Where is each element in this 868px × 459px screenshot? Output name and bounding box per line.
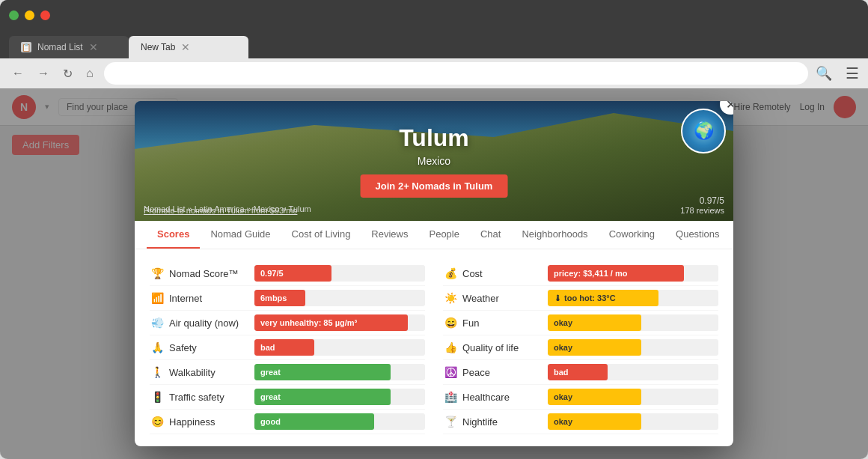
nomad-score-icon: 🏆 — [150, 267, 165, 279]
modal-overlay: ✕ 🌍 Tulum Mexico Join 2+ Nomads in Tulum… — [0, 88, 868, 459]
left-scores-column: 🏆 Nomad Score™ 0.97/5 📶 Internet — [150, 261, 425, 434]
tab-scores[interactable]: Scores — [147, 221, 200, 249]
air-quality-bar-container: very unhealthy: 85 µg/m³ — [254, 314, 425, 331]
tab-label-nomad: Nomad List — [37, 42, 83, 52]
quality-of-life-label: Quality of life — [462, 342, 519, 353]
tab-coworking[interactable]: Coworking — [599, 221, 665, 249]
nomad-score-bar: 0.97/5 — [254, 265, 331, 282]
healthcare-icon: 🏥 — [443, 391, 458, 403]
walkability-label: Walkability — [169, 367, 216, 378]
internet-label: Internet — [169, 293, 202, 304]
close-window-button[interactable] — [40, 10, 50, 20]
hero-title: Tulum Mexico Join 2+ Nomads in Tulum — [361, 124, 508, 198]
happiness-icon: 😊 — [150, 416, 165, 428]
nightlife-label: Nightlife — [462, 416, 498, 428]
quality-of-life-bar: okay — [548, 339, 641, 356]
cost-label: Cost — [462, 268, 483, 279]
tab-label-newtab: New Tab — [141, 42, 175, 52]
browser-tabs: 📋 Nomad List ✕ New Tab ✕ — [0, 33, 868, 58]
maximize-button[interactable] — [9, 10, 19, 20]
tab-chat[interactable]: Chat — [470, 221, 511, 249]
traffic-safety-bar: great — [254, 389, 391, 405]
tab-cost-of-living[interactable]: Cost of Living — [281, 221, 361, 249]
tab-nomad-guide[interactable]: Nomad Guide — [200, 221, 281, 249]
tab-nomad-list[interactable]: 📋 Nomad List ✕ — [9, 36, 129, 58]
peace-bar-container: bad — [548, 364, 718, 380]
air-quality-label: Air quality (now) — [169, 317, 239, 329]
reload-button[interactable]: ↻ — [60, 64, 76, 84]
healthcare-bar: okay — [548, 389, 641, 405]
home-button[interactable]: ⌂ — [83, 64, 97, 83]
score-weather: ☀️ Weather 🌡 too hot: 33°C — [443, 286, 718, 311]
url-input[interactable] — [104, 62, 808, 85]
score-safety: 🙏 Safety bad — [150, 335, 425, 360]
internet-bar-container: 6mbps — [254, 290, 425, 306]
nightlife-icon: 🍸 — [443, 416, 458, 428]
score-healthcare: 🏥 Healthcare okay — [443, 385, 718, 410]
tab-questions[interactable]: Questions — [665, 221, 730, 249]
score-happiness: 😊 Happiness good — [150, 410, 425, 434]
internet-icon: 📶 — [150, 292, 165, 304]
score-internet: 📶 Internet 6mbps — [150, 286, 425, 311]
fun-label: Fun — [462, 317, 479, 329]
happiness-label: Happiness — [169, 416, 215, 428]
promote-link[interactable]: Promote to nomads in Tulum from $63/mo — [144, 206, 297, 215]
walkability-bar-container: great — [254, 364, 425, 380]
healthcare-bar-container: okay — [548, 389, 718, 405]
score-air-quality: 💨 Air quality (now) very unhealthy: 85 µ… — [150, 311, 425, 335]
score-quality-of-life: 👍 Quality of life okay — [443, 335, 718, 360]
weather-icon: ☀️ — [443, 292, 458, 304]
city-name: Tulum — [361, 124, 508, 152]
air-quality-bar: very unhealthy: 85 µg/m³ — [254, 314, 408, 331]
title-bar — [0, 0, 868, 30]
back-button[interactable]: ← — [9, 64, 27, 83]
happiness-bar-container: good — [254, 413, 425, 430]
score-walkability: 🚶 Walkability great — [150, 360, 425, 385]
modal-tabs: Scores Nomad Guide Cost of Living Review… — [135, 221, 733, 249]
walkability-bar: great — [254, 364, 391, 380]
review-number: 178 reviews — [680, 206, 724, 215]
traffic-lights — [9, 10, 50, 20]
tab-close-newtab[interactable]: ✕ — [181, 41, 190, 53]
forward-button[interactable]: → — [34, 64, 52, 83]
city-modal: ✕ 🌍 Tulum Mexico Join 2+ Nomads in Tulum… — [135, 101, 733, 446]
score-fun: 😄 Fun okay — [443, 311, 718, 335]
traffic-safety-label: Traffic safety — [169, 392, 224, 403]
safety-bar-container: bad — [254, 339, 425, 356]
weather-label: Weather — [462, 293, 499, 304]
healthcare-label: Healthcare — [462, 392, 510, 403]
minimize-button[interactable] — [25, 10, 34, 20]
tab-neighborhoods[interactable]: Neighborhoods — [511, 221, 598, 249]
modal-hero: 🌍 Tulum Mexico Join 2+ Nomads in Tulum P… — [135, 101, 733, 221]
peace-bar: bad — [548, 364, 608, 380]
fun-icon: 😄 — [443, 317, 458, 329]
tab-video[interactable]: Video — [730, 221, 733, 249]
safety-icon: 🙏 — [150, 341, 165, 353]
quality-of-life-bar-container: okay — [548, 339, 718, 356]
tab-close-nomad[interactable]: ✕ — [89, 41, 98, 53]
tab-favicon-nomad: 📋 — [21, 42, 31, 52]
cost-bar-container: pricey: $3,411 / mo — [548, 265, 718, 282]
nomad-score-label: Nomad Score™ — [169, 268, 238, 279]
safety-label: Safety — [169, 342, 197, 353]
tab-new-tab[interactable]: New Tab ✕ — [129, 36, 248, 58]
quality-of-life-icon: 👍 — [443, 341, 458, 353]
score-traffic-safety: 🚦 Traffic safety great — [150, 385, 425, 410]
search-icon[interactable]: 🔍 — [816, 65, 832, 82]
weather-bar: 🌡 too hot: 33°C — [548, 290, 658, 306]
menu-icon[interactable]: ☰ — [846, 64, 859, 82]
nomad-score-bar-container: 0.97/5 — [254, 265, 425, 282]
fun-bar: okay — [548, 314, 641, 331]
join-nomads-button[interactable]: Join 2+ Nomads in Tulum — [361, 174, 508, 198]
rating-score: 0.97/5 — [680, 195, 724, 206]
cost-icon: 💰 — [443, 267, 458, 279]
address-bar: ← → ↻ ⌂ 🔍 ☰ — [0, 58, 868, 88]
browser-content: N ▾ Promote 🔥 Remote Jobs 8 Twitch Chat … — [0, 88, 868, 459]
score-peace: ☮️ Peace bad — [443, 360, 718, 385]
fun-bar-container: okay — [548, 314, 718, 331]
happiness-bar: good — [254, 413, 374, 430]
traffic-safety-icon: 🚦 — [150, 391, 165, 403]
tab-people[interactable]: People — [418, 221, 469, 249]
score-nightlife: 🍸 Nightlife okay — [443, 410, 718, 434]
tab-reviews[interactable]: Reviews — [361, 221, 418, 249]
